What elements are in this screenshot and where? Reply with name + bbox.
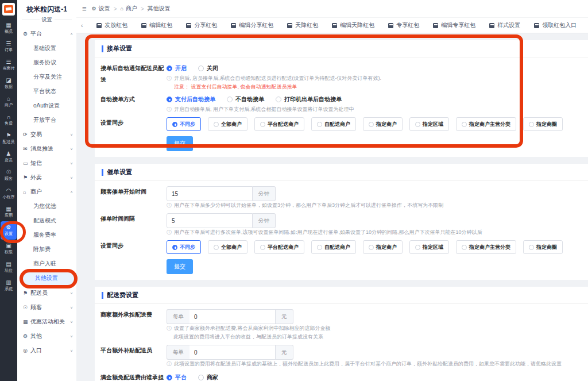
rail-item-face-pay[interactable]: ☰ 当面付 <box>1 56 17 74</box>
rail-item-label: 店员 <box>5 158 13 163</box>
sync-option[interactable]: 指定商户 <box>363 117 403 131</box>
app-logo[interactable] <box>2 3 15 16</box>
sidebar-group-sms[interactable]: ▭ 短信 ∨ <box>17 156 76 170</box>
radio-option[interactable]: 平台 <box>167 374 187 381</box>
sidebar-group-takeout[interactable]: ⚑ 外卖 ∨ <box>17 170 76 184</box>
radio-option[interactable]: 打印机出单后自动接单 <box>276 95 342 103</box>
collapse-sidebar-icon[interactable]: ≡ <box>82 5 87 13</box>
sidebar-item-delivery-mode[interactable]: 配送模式 <box>17 213 76 228</box>
rail-item-mini-program[interactable]: ◠ 小程序 <box>1 184 17 203</box>
submit-button[interactable]: 提交 <box>167 259 193 274</box>
sidebar-group-merchant[interactable]: ⌂ 商户 ∧ <box>17 184 76 199</box>
sidebar-item-surcharge[interactable]: 附加费 <box>17 242 76 256</box>
section-accept-settings: 接单设置 接单后自动通知配送员配送 开启 <box>95 40 588 157</box>
sidebar-group-trade[interactable]: ⟳ 交易 ∨ <box>17 127 76 141</box>
rail-item-label: 概况 <box>5 29 13 34</box>
sync-option[interactable]: 自配送商户 <box>311 240 356 254</box>
sidebar-item-preferred[interactable]: 为您优选 <box>17 199 76 213</box>
sidebar-group-other[interactable]: ⚙ 其他 ∨ <box>17 329 76 343</box>
tab-item[interactable]: 发放红包 <box>96 21 127 29</box>
sync-option[interactable]: 平台配送商户 <box>254 117 304 131</box>
sync-option[interactable]: 指定商户 <box>363 240 403 254</box>
sync-option[interactable]: 指定区域 <box>409 240 449 254</box>
sidebar-item-icon: ⚙ <box>23 333 30 339</box>
sync-option[interactable]: 不同步 <box>167 117 201 131</box>
submit-button[interactable]: 提交 <box>167 136 193 151</box>
radio-icon <box>167 66 172 71</box>
sidebar-item-status[interactable]: 平台状态 <box>17 84 76 98</box>
sidebar-item-icon: ▭ <box>23 160 30 166</box>
tab-scroll-left-icon[interactable]: ‹ <box>81 22 83 29</box>
rail-item-data[interactable]: ◪ 数据 <box>1 74 17 93</box>
sidebar-item-other-settings[interactable]: 其他设置 <box>19 271 75 285</box>
red-packet-icon <box>332 23 337 28</box>
tab-item[interactable]: 编辑天降红包 <box>332 21 374 29</box>
rail-item-after-sales[interactable]: ∩ 售后 <box>1 111 17 129</box>
rail-item-system[interactable]: ▥ 系统 <box>1 276 17 295</box>
radio-option[interactable]: 支付后自动接单 <box>167 95 215 103</box>
sync-option[interactable]: 全部商户 <box>208 240 247 254</box>
sync-option[interactable]: 全部商户 <box>208 117 247 131</box>
tab-item[interactable]: 专享红包 <box>388 21 419 29</box>
tab-item[interactable]: 领取红包入口 <box>534 21 577 29</box>
rail-item-merchant[interactable]: ⌂ 商户 <box>1 93 17 111</box>
rail-item-overview[interactable]: ▦ 概况 <box>1 19 17 37</box>
radio-option[interactable]: 商家 <box>198 374 218 381</box>
sidebar-item-service-rate[interactable]: 服务费率 <box>17 228 76 242</box>
tab-item[interactable]: 天降红包 <box>287 21 318 29</box>
rail-item-courier[interactable]: ⚑ 配送员 <box>1 129 17 148</box>
sync-option[interactable]: 自配送商户 <box>311 117 356 131</box>
sync-option[interactable]: 不同步 <box>167 240 201 254</box>
rail-item-settings[interactable]: ⚙ 设置 <box>1 221 17 240</box>
rail-item-permissions[interactable]: ▣ 权限 <box>1 240 17 258</box>
sidebar-item-onboarding[interactable]: 商户入驻 <box>17 256 76 271</box>
merchant-fee-input[interactable] <box>189 309 276 324</box>
sidebar-group-customer[interactable]: ☉ 顾客 ∨ <box>17 300 76 314</box>
remind-start-input[interactable] <box>167 186 253 201</box>
tab-item[interactable]: 编辑红包 <box>141 21 172 29</box>
sidebar-item-agreement[interactable]: 服务协议 <box>17 55 76 70</box>
radio-option[interactable]: 关闭 <box>198 64 218 72</box>
sidebar-group-promo[interactable]: ▦ 优惠活动相关 ∨ <box>17 314 76 329</box>
remind-interval-input[interactable] <box>167 213 253 228</box>
sidebar-group-entry[interactable]: ◎ 入口 ∨ <box>17 343 76 357</box>
sidebar-item-open[interactable]: 开放平台 <box>17 113 76 127</box>
rail-item-icon: ∩ <box>6 114 10 121</box>
breadcrumb-other-settings[interactable]: 其他设置 <box>148 5 171 13</box>
section-title: 接单设置 <box>107 44 132 53</box>
sidebar-group-push[interactable]: ✉ 消息推送 ∨ <box>17 141 76 156</box>
radio-option[interactable]: 开启 <box>167 64 187 72</box>
sidebar-item-basic[interactable]: 基础设置 <box>17 41 76 55</box>
radio-option[interactable]: 不自动接单 <box>227 95 264 103</box>
sync-option[interactable]: 平台配送商户 <box>254 240 304 254</box>
sidebar-group-courier[interactable]: ⚑ 配送员 ∨ <box>17 286 76 300</box>
sidebar-item-oauth[interactable]: oAuth设置 <box>17 98 76 113</box>
radio-icon <box>462 122 467 127</box>
rail-item-slots[interactable]: ▤ 坑位 <box>1 258 17 276</box>
sidebar-group-platform[interactable]: ⚙ 平台 ∧ <box>17 26 76 41</box>
breadcrumb-separator: > <box>114 6 117 12</box>
sidebar-item-label: 顾客 <box>30 303 70 311</box>
tab-item[interactable]: 编辑分享红包 <box>231 21 273 29</box>
rail-item-staff[interactable]: ♟ 店员 <box>1 148 17 166</box>
sync-option[interactable]: 指定商户主营分类 <box>456 117 516 131</box>
rail-item-label: 配送员 <box>2 140 14 145</box>
breadcrumb-settings[interactable]: ⚙ 设置 <box>92 5 110 13</box>
sync-option[interactable]: 指定商圈 <box>523 117 563 131</box>
tab-item[interactable]: 编辑专享红包 <box>433 21 475 29</box>
info-icon: ⓘ <box>167 228 172 237</box>
rail-item-customer[interactable]: ☉ 顾客 <box>1 166 17 184</box>
subsidy-input[interactable] <box>189 345 276 360</box>
settings-sidebar: 校米粒闪送-1 设置 ⚙ 平台 ∧ 基础设置 服务协议 <box>17 0 76 381</box>
rail-item-orders[interactable]: ☰ 订单 <box>1 37 17 56</box>
helper-text: ⓘ 开启自动接单后, 用户下单支付后,系统会根据自动接单设置将订单设置为处理中 <box>167 105 581 114</box>
tab-item[interactable]: 样式设置 <box>489 21 520 29</box>
red-packet-icon <box>141 23 146 28</box>
sync-option[interactable]: 指定商户主营分类 <box>456 240 516 254</box>
sync-option[interactable]: 指定商圈 <box>523 240 563 254</box>
sidebar-item-share[interactable]: 分享及关注 <box>17 70 76 84</box>
tab-item[interactable]: 分享红包 <box>186 21 217 29</box>
rail-item-apps[interactable]: ▦ 应用 <box>1 203 17 221</box>
breadcrumb-merchant[interactable]: ⌂ 商户 <box>121 5 137 13</box>
sync-option[interactable]: 指定区域 <box>409 117 449 131</box>
